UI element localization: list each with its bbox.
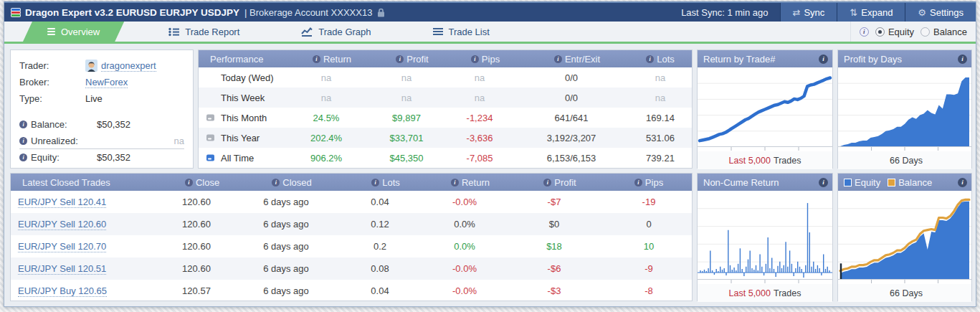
col-profit: Profit — [554, 177, 576, 188]
return-by-trade-chart — [698, 67, 832, 151]
info-icon[interactable]: i — [471, 55, 479, 63]
profit-by-days-panel: Profit by Days i 66 Days — [837, 49, 972, 169]
info-icon[interactable]: i — [543, 179, 551, 186]
performance-rows: Today (Wed)nanana0/0naThis Weeknanana0/0… — [199, 67, 692, 168]
non-cume-return-panel: Non-Cume Return i Last 5,000 Trades — [697, 173, 833, 301]
col-lots: Lots — [657, 54, 675, 65]
trader-info-panel: Trader: dragonexpert Broker: NewForex Ty… — [10, 49, 194, 169]
non-cume-return-chart — [698, 191, 832, 284]
sync-button[interactable]: ⇄Sync — [780, 3, 837, 22]
unrealized-label: Unrealized: — [31, 136, 93, 146]
info-icon[interactable]: i — [371, 179, 379, 186]
trade-link[interactable]: EUR/JPY Sell 120.41 — [18, 197, 106, 208]
tab-trade-graph-label: Trade Graph — [318, 27, 371, 37]
table-row: EUR/JPY Buy 120.65120.576 days ago0.04-0… — [11, 280, 692, 302]
table-row: This Year202.4%$33,701-3,6363,192/3,2075… — [199, 128, 692, 148]
table-cell: 169.14 — [629, 113, 692, 123]
table-cell: na — [629, 72, 692, 83]
gear-icon: ⚙ — [918, 7, 926, 18]
return-by-trade-panel: Return by Trade# i Last 5,000 Trades — [697, 49, 833, 169]
table-cell: na — [368, 72, 445, 83]
col-closed: Closed — [282, 177, 311, 188]
chart-header: Equity Balance i — [838, 174, 971, 191]
dragon-expert-widget: Dragon Expert v3.2 EURUSD EURJPY USDJPY … — [4, 1, 976, 307]
trade-link[interactable]: EUR/JPY Sell 120.51 — [18, 263, 106, 275]
table-row: This Month24.5%$9,897-1,234641/641169.14 — [199, 108, 692, 128]
tab-trade-list[interactable]: Trade List — [416, 22, 507, 42]
info-icon[interactable]: i — [396, 55, 404, 63]
trade-link[interactable]: EUR/JPY Sell 120.70 — [18, 241, 106, 252]
balance-legend-swatch — [888, 179, 895, 186]
table-cell: na — [445, 72, 514, 83]
info-icon[interactable]: i — [554, 55, 562, 63]
info-icon[interactable]: i — [634, 179, 642, 186]
info-icon[interactable]: i — [451, 179, 459, 186]
chart-caption: 66 Days — [838, 151, 971, 169]
trader-link[interactable]: dragonexpert — [101, 60, 156, 72]
equity-radio[interactable]: Equity — [875, 27, 914, 37]
table-cell: 0.04 — [333, 197, 427, 207]
tab-overview[interactable]: Overview — [23, 22, 124, 42]
period-label: This Week — [221, 93, 265, 103]
table-cell: 6 days ago — [239, 197, 333, 207]
info-icon[interactable]: i — [646, 55, 654, 63]
trade-link[interactable]: EUR/JPY Buy 120.65 — [18, 285, 107, 297]
col-profit: Profit — [406, 54, 428, 65]
table-cell: 0.0% — [427, 241, 503, 252]
info-icon[interactable]: i — [19, 137, 27, 145]
lock-icon — [377, 8, 385, 17]
expand-button[interactable]: ⇅Expand — [837, 3, 905, 22]
info-icon[interactable]: i — [272, 179, 280, 186]
info-icon[interactable]: i — [313, 55, 320, 63]
caption-highlight: Last 5,000 — [729, 288, 771, 298]
type-label: Type: — [19, 93, 85, 104]
tab-trade-report[interactable]: Trade Report — [151, 22, 257, 42]
period-chart-toggle-icon[interactable] — [206, 155, 214, 161]
table-cell: 0.08 — [333, 263, 427, 274]
trades-header: Latest Closed Trades iClose iClosed iLot… — [11, 174, 692, 191]
table-cell: 0 — [606, 219, 692, 230]
info-icon[interactable]: i — [185, 179, 193, 186]
report-list-icon — [168, 27, 179, 37]
trades-title: Latest Closed Trades — [16, 177, 160, 188]
period-label: This Month — [221, 113, 267, 123]
last-sync-label: Last Sync: 1 min ago — [670, 3, 779, 22]
info-icon[interactable]: i — [819, 55, 828, 64]
table-cell: 6 days ago — [239, 219, 333, 230]
period-label: Today (Wed) — [221, 72, 273, 83]
tab-trade-report-label: Trade Report — [185, 27, 239, 37]
equity-balance-chart — [838, 191, 971, 284]
table-cell: 202.4% — [285, 133, 368, 143]
table-cell: na — [285, 93, 368, 103]
settings-button[interactable]: ⚙Settings — [905, 3, 976, 22]
period-label: All Time — [221, 153, 254, 164]
app-logo-icon — [11, 9, 20, 16]
tab-trade-graph[interactable]: Trade Graph — [284, 22, 388, 42]
table-cell: 531.06 — [629, 133, 692, 143]
info-icon[interactable]: i — [958, 178, 967, 187]
table-cell: -8 — [606, 285, 692, 296]
table-cell: 3,192/3,207 — [514, 133, 629, 143]
line-chart-icon — [301, 27, 313, 37]
info-icon[interactable]: i — [19, 153, 27, 161]
table-cell: -9 — [606, 263, 692, 274]
period-chart-toggle-icon[interactable] — [206, 135, 214, 141]
equity-label: Equity: — [31, 152, 93, 163]
trade-link[interactable]: EUR/JPY Sell 120.60 — [18, 219, 106, 230]
info-icon[interactable]: i — [958, 55, 967, 64]
table-cell: na — [629, 93, 692, 103]
broker-link[interactable]: NewForex — [85, 77, 128, 88]
settings-label: Settings — [930, 7, 964, 18]
table-row: EUR/JPY Sell 120.70120.606 days ago0.20.… — [11, 235, 692, 257]
info-icon[interactable]: i — [19, 120, 27, 128]
balance-radio[interactable]: Balance — [920, 27, 967, 37]
account-type-value: Live — [85, 93, 184, 104]
equity-radio-label: Equity — [888, 27, 914, 37]
info-icon[interactable]: i — [860, 27, 869, 37]
table-cell: -$3 — [503, 285, 606, 296]
table-cell: -7,085 — [445, 153, 514, 164]
trader-label: Trader: — [19, 60, 85, 71]
app-title: Dragon Expert v3.2 EURUSD EURJPY USDJPY — [25, 7, 239, 18]
period-chart-toggle-icon[interactable] — [206, 115, 214, 121]
info-icon[interactable]: i — [819, 178, 828, 187]
